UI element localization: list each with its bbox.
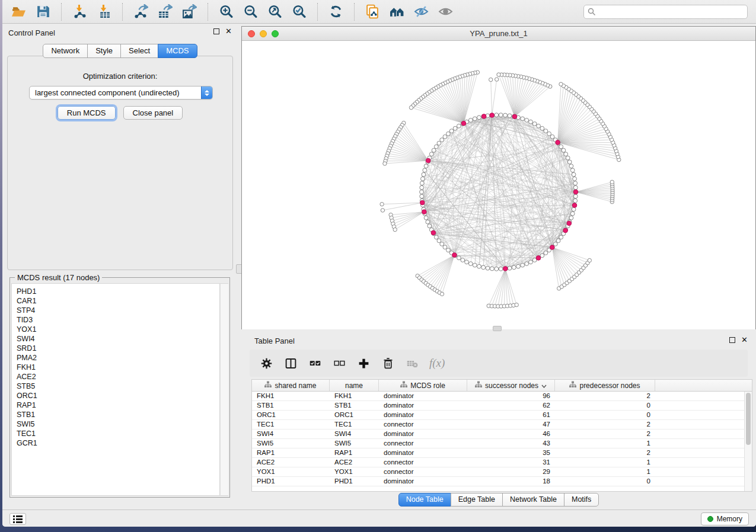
table-toolbar: f(x) [250,350,748,377]
tab-mcds[interactable]: MCDS [158,44,197,58]
mcds-result-item[interactable]: ORC1 [12,391,219,400]
mcds-result-item[interactable]: TID3 [12,315,219,325]
save-session-icon[interactable] [35,4,51,20]
mcds-list-scrollbar[interactable] [220,283,228,496]
tab-style[interactable]: Style [87,44,121,58]
node-table-header: shared namenameMCDS rolesuccessor nodesp… [252,380,752,392]
hide-graphics-details-icon[interactable] [413,4,429,20]
mcds-result-item[interactable]: PHD1 [12,287,219,296]
run-mcds-button[interactable]: Run MCDS [58,106,116,120]
table-row[interactable]: SWI4SWI4dominator462 [252,430,752,439]
optimization-criterion-label: Optimization criterion: [8,72,232,81]
table-cell: 29 [467,467,555,476]
table-row[interactable]: STB1STB1dominator620 [252,401,752,411]
zoom-out-icon[interactable] [243,4,259,20]
mcds-result-item[interactable]: STP4 [12,306,219,315]
close-panel-button[interactable]: Close panel [123,106,183,120]
table-cell: connector [379,458,467,467]
combo-stepper-icon [201,86,212,99]
tab-network-table[interactable]: Network Table [502,493,564,507]
table-cell: SWI5 [252,439,330,448]
delete-column-icon[interactable] [381,356,395,370]
mcds-result-item[interactable]: RAP1 [12,400,219,410]
task-history-button[interactable] [9,513,26,525]
mcds-result-item[interactable]: TEC1 [12,429,219,438]
table-scrollbar[interactable] [744,392,752,491]
network-window-titlebar[interactable]: YPA_prune.txt_1 [242,27,755,41]
table-cell: ORC1 [252,411,330,419]
tab-network[interactable]: Network [43,44,88,58]
mcds-result-item[interactable]: SWI5 [12,419,219,429]
table-cell: 1 [555,439,655,448]
search-input[interactable] [583,5,748,19]
horizontal-splitter-grip[interactable] [493,326,502,331]
table-scrollbar-thumb[interactable] [746,393,751,445]
mcds-result-list[interactable]: PHD1CAR1STP4TID3YOX1SWI4SRD1PMA2FKH1ACE2… [11,283,220,496]
table-row[interactable]: YOX1YOX1connector291 [252,467,752,477]
table-row[interactable]: RAP1RAP1dominator352 [252,448,752,458]
toolbar-separator [317,3,318,21]
import-table-icon[interactable] [96,4,112,20]
table-cell [655,420,752,429]
mcds-result-item[interactable]: GCR1 [12,438,219,448]
show-graphics-details-icon[interactable] [438,4,454,20]
close-panel-icon[interactable]: ✕ [225,28,232,34]
table-row[interactable]: FKH1FKH1dominator962 [252,392,752,401]
zoom-selected-icon[interactable] [291,4,307,20]
table-cell [655,458,752,467]
network-canvas[interactable] [242,41,755,329]
select-all-icon[interactable] [308,356,322,370]
mcds-result-item[interactable]: ACE2 [12,372,219,382]
add-column-icon[interactable] [356,356,371,370]
refresh-view-icon[interactable] [328,4,344,20]
column-header-shared-name[interactable]: shared name [252,380,330,391]
clone-network-icon[interactable] [365,4,381,20]
mcds-result-item[interactable]: STB5 [12,382,219,391]
table-settings-gear-icon[interactable] [259,356,273,370]
tab-edge-table[interactable]: Edge Table [451,493,503,507]
control-panel-title: Control Panel [8,28,55,37]
table-row[interactable]: PHD1PHD1dominator180 [252,477,752,486]
table-row[interactable]: ORC1ORC1dominator610 [252,411,752,420]
import-network-icon[interactable] [72,4,88,20]
toolbar-separator [208,3,208,21]
export-network-icon[interactable] [133,4,149,20]
table-cell: dominator [379,430,467,438]
table-cell: YOX1 [252,467,330,476]
memory-button[interactable]: Memory [701,512,749,525]
close-panel-icon[interactable]: ✕ [741,337,748,343]
mcds-result-item[interactable]: CAR1 [12,296,219,306]
table-row[interactable]: ACE2ACE2connector311 [252,458,752,467]
mcds-result-item[interactable]: SWI4 [12,334,219,344]
table-cell: 1 [555,467,655,476]
tab-node-table[interactable]: Node Table [398,493,451,507]
mcds-result-item[interactable]: FKH1 [12,363,219,372]
column-header-mcds-role[interactable]: MCDS role [379,380,467,391]
optimization-criterion-select[interactable]: largest connected component (undirected) [29,86,213,100]
delete-table-icon-disabled [405,356,419,370]
float-panel-icon[interactable] [729,337,735,343]
open-session-icon[interactable] [11,4,27,20]
table-row[interactable]: TEC1TEC1connector472 [252,420,752,430]
mcds-result-item[interactable]: YOX1 [12,325,219,334]
table-cell: 31 [467,458,555,467]
show-columns-icon[interactable] [283,356,298,370]
search-icon [588,8,596,16]
deselect-all-icon[interactable] [332,356,346,370]
float-panel-icon[interactable] [213,28,219,34]
column-header-name[interactable]: name [330,380,379,391]
mcds-result-item[interactable]: PMA2 [12,353,219,363]
go-home-icon[interactable] [389,4,405,20]
mcds-result-item[interactable]: STB1 [12,410,219,419]
table-row[interactable]: SWI5SWI5connector431 [252,439,752,448]
zoom-fit-icon[interactable] [267,4,283,20]
export-table-icon[interactable] [157,4,173,20]
tab-motifs[interactable]: Motifs [564,493,599,507]
export-image-icon[interactable] [181,4,197,20]
mcds-result-item[interactable]: SRD1 [12,344,219,353]
table-cell: dominator [379,477,467,486]
zoom-in-icon[interactable] [218,4,234,20]
tab-select[interactable]: Select [120,44,158,58]
column-header-successor-nodes[interactable]: successor nodes [467,380,555,391]
column-header-predecessor-nodes[interactable]: predecessor nodes [555,380,655,391]
